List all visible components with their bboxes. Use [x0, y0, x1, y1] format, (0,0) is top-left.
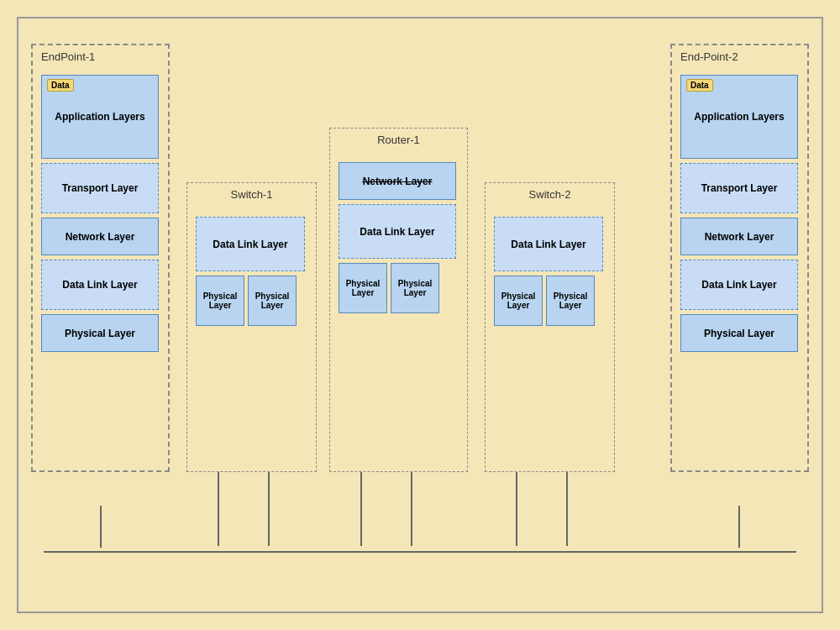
endpoint1-physical-layer: Physical Layer — [41, 314, 159, 352]
sw2-connector-v1 — [516, 472, 517, 546]
canvas: EndPoint-1 Data Application Layers Trans… — [0, 0, 840, 630]
endpoint1-application-layer: Data Application Layers — [41, 75, 159, 159]
switch2-physical-layer2: Physical Layer — [546, 276, 595, 326]
endpoint2-application-layer: Data Application Layers — [680, 75, 798, 159]
endpoint2-transport-layer: Transport Layer — [680, 163, 798, 213]
router1-physical-layer2: Physical Layer — [391, 263, 439, 313]
router1-physical-layer1: Physical Layer — [339, 263, 387, 313]
switch1-datalink-layer: Data Link Layer — [196, 217, 305, 271]
router1-container: Router-1 Network Layer Data Link Layer P… — [329, 128, 468, 472]
ep1-connector-v — [100, 506, 102, 548]
endpoint1-network-layer: Network Layer — [41, 218, 159, 255]
endpoint1-container: EndPoint-1 Data Application Layers Trans… — [31, 44, 170, 472]
r1-connector-v2 — [411, 472, 412, 546]
sw1-connector-v1 — [218, 472, 219, 546]
endpoint1-transport-layer: Transport Layer — [41, 163, 159, 213]
switch1-label: Switch-1 — [231, 188, 273, 201]
switch2-physical-layer1: Physical Layer — [494, 276, 543, 326]
endpoint2-data-badge: Data — [686, 79, 713, 92]
endpoint1-data-badge: Data — [47, 79, 74, 92]
sw2-connector-v2 — [566, 472, 568, 546]
endpoint2-physical-layer: Physical Layer — [680, 314, 798, 352]
endpoint2-datalink-layer: Data Link Layer — [680, 260, 798, 310]
ep2-connector-v — [738, 506, 740, 548]
switch1-physical-layer1: Physical Layer — [196, 276, 244, 326]
endpoint2-container: End-Point-2 Data Application Layers Tran… — [670, 44, 809, 472]
switch1-container: Switch-1 Data Link Layer Physical Layer … — [186, 182, 317, 472]
r1-connector-v1 — [360, 472, 362, 546]
router1-label: Router-1 — [377, 134, 420, 146]
main-border: EndPoint-1 Data Application Layers Trans… — [17, 17, 823, 613]
switch2-datalink-layer: Data Link Layer — [494, 217, 603, 271]
router1-datalink-layer: Data Link Layer — [339, 204, 456, 259]
endpoint2-label: End-Point-2 — [680, 50, 738, 63]
sw1-connector-v2 — [268, 472, 270, 546]
switch1-physical-layer2: Physical Layer — [248, 276, 297, 326]
switch2-container: Switch-2 Data Link Layer Physical Layer … — [485, 182, 615, 472]
endpoint1-datalink-layer: Data Link Layer — [41, 260, 159, 310]
endpoint2-network-layer: Network Layer — [680, 218, 798, 255]
endpoint1-label: EndPoint-1 — [41, 50, 95, 63]
router1-network-layer: Network Layer — [339, 162, 456, 200]
bottom-line — [44, 551, 796, 553]
switch2-label: Switch-2 — [529, 188, 571, 201]
